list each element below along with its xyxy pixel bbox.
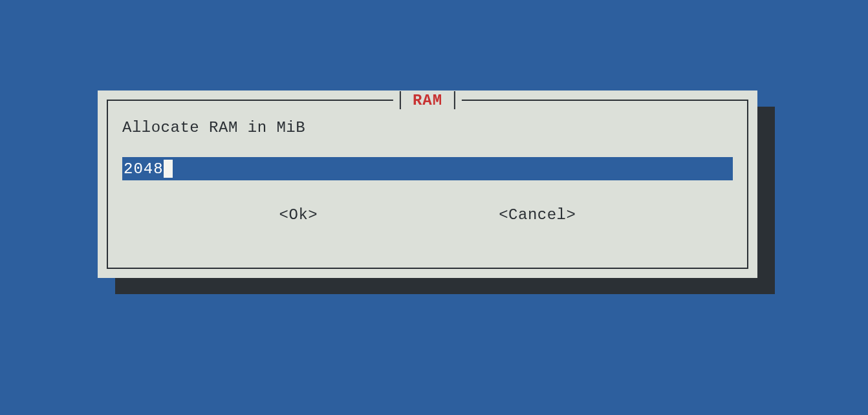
ok-button[interactable]: <Ok>: [279, 206, 318, 224]
title-bracket-right: [454, 91, 455, 109]
dialog-title-wrap: RAM: [393, 90, 462, 110]
button-row: <Ok> <Cancel>: [122, 206, 733, 224]
dialog-border: RAM Allocate RAM in MiB 2048 <Ok> <Cance…: [107, 100, 748, 269]
cancel-button[interactable]: <Cancel>: [499, 206, 576, 224]
dialog-prompt: Allocate RAM in MiB: [122, 119, 733, 136]
ram-input[interactable]: 2048: [122, 157, 733, 180]
ram-input-value: 2048: [122, 160, 164, 178]
ram-dialog: RAM Allocate RAM in MiB 2048 <Ok> <Cance…: [98, 90, 757, 278]
text-cursor: [164, 160, 173, 178]
dialog-title: RAM: [401, 92, 454, 109]
